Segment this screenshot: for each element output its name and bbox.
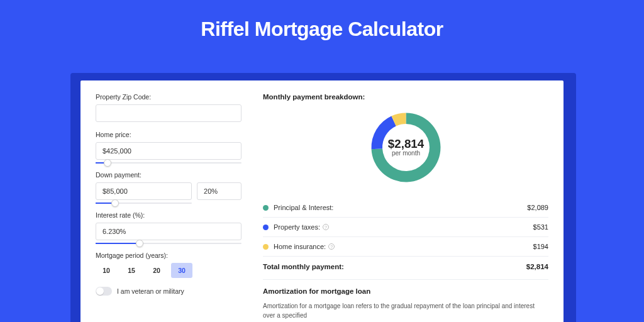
- period-btn-10[interactable]: 10: [96, 263, 117, 278]
- home-price-group: Home price:: [96, 131, 242, 160]
- veteran-toggle[interactable]: [96, 287, 112, 296]
- home-price-input[interactable]: [96, 142, 242, 160]
- period-options: 10152030: [96, 263, 242, 278]
- legend-label: Property taxes:?: [274, 223, 533, 231]
- legend-row: Principal & Interest:$2,089: [263, 198, 548, 218]
- period-group: Mortgage period (years): 10152030: [96, 252, 242, 278]
- amortization-title: Amortization for mortgage loan: [263, 280, 548, 295]
- form-column: Property Zip Code: Home price: Down paym…: [80, 80, 257, 322]
- down-payment-input[interactable]: [96, 182, 192, 200]
- down-payment-slider-thumb[interactable]: [111, 199, 119, 207]
- page-title: Riffel Mortgage Calculator: [0, 0, 644, 41]
- breakdown-title: Monthly payment breakdown:: [263, 93, 548, 101]
- donut-center-sub: per month: [391, 150, 419, 157]
- home-price-label: Home price:: [96, 131, 242, 138]
- breakdown-column: Monthly payment breakdown: $2,814 per mo…: [257, 80, 564, 322]
- period-btn-20[interactable]: 20: [146, 263, 167, 278]
- zip-input[interactable]: [96, 104, 242, 122]
- interest-rate-slider-fill: [96, 243, 140, 244]
- legend-label: Principal & Interest:: [274, 204, 527, 211]
- period-btn-30[interactable]: 30: [171, 263, 192, 278]
- legend-dot-icon: [263, 225, 269, 230]
- info-icon[interactable]: ?: [328, 243, 335, 250]
- total-label: Total monthly payment:: [263, 263, 526, 270]
- period-label: Mortgage period (years):: [96, 252, 242, 259]
- down-payment-pct-input[interactable]: [197, 182, 242, 200]
- interest-rate-label: Interest rate (%):: [96, 211, 242, 219]
- period-btn-15[interactable]: 15: [121, 263, 142, 278]
- info-icon[interactable]: ?: [323, 224, 329, 230]
- veteran-label: I am veteran or military: [117, 287, 184, 295]
- amortization-body: Amortization for a mortgage loan refers …: [263, 301, 548, 320]
- down-payment-group: Down payment:: [96, 171, 242, 200]
- zip-group: Property Zip Code:: [96, 93, 242, 122]
- legend: Principal & Interest:$2,089Property taxe…: [263, 198, 548, 257]
- zip-label: Property Zip Code:: [96, 93, 242, 101]
- interest-rate-slider[interactable]: [96, 243, 242, 244]
- legend-dot-icon: [263, 244, 269, 250]
- total-row: Total monthly payment: $2,814: [263, 257, 548, 279]
- legend-row: Property taxes:?$531: [263, 218, 548, 237]
- total-amount: $2,814: [526, 263, 548, 270]
- veteran-row: I am veteran or military: [96, 287, 242, 296]
- donut-chart: $2,814 per month: [263, 108, 548, 187]
- donut-center-amount: $2,814: [387, 137, 424, 150]
- legend-amount: $531: [533, 223, 548, 231]
- calculator-panel: Property Zip Code: Home price: Down paym…: [80, 80, 564, 322]
- legend-label: Home insurance:?: [274, 243, 533, 250]
- home-price-slider-thumb[interactable]: [104, 159, 111, 167]
- legend-dot-icon: [263, 205, 269, 211]
- donut-svg: $2,814 per month: [367, 108, 445, 187]
- home-price-slider[interactable]: [96, 162, 242, 164]
- legend-amount: $194: [533, 243, 548, 250]
- interest-rate-group: Interest rate (%):: [96, 211, 242, 240]
- legend-row: Home insurance:?$194: [263, 237, 548, 257]
- interest-rate-input[interactable]: [96, 223, 242, 240]
- down-payment-label: Down payment:: [96, 171, 242, 179]
- legend-amount: $2,089: [527, 204, 548, 211]
- interest-rate-slider-thumb[interactable]: [136, 240, 143, 247]
- down-payment-slider[interactable]: [96, 203, 192, 204]
